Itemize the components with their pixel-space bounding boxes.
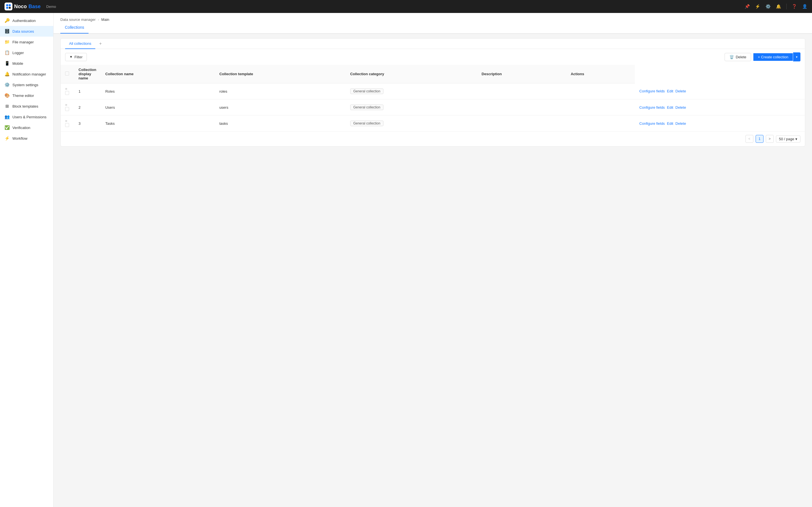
- drag-handle-3[interactable]: ≡: [65, 119, 67, 123]
- tab-collections[interactable]: Collections: [60, 22, 89, 34]
- sidebar-item-data-sources[interactable]: 🗄️ Data sources: [0, 26, 53, 37]
- pagination-next[interactable]: >: [766, 135, 774, 143]
- file-manager-icon: 📁: [4, 40, 10, 45]
- svg-rect-3: [9, 7, 11, 9]
- sidebar-item-label-notification-manager: Notification manager: [12, 72, 46, 76]
- configure-fields-link-1[interactable]: Configure fields: [640, 89, 665, 93]
- pin-icon[interactable]: 📌: [745, 4, 750, 9]
- sidebar-item-label-users-permissions: Users & Permissions: [12, 115, 47, 119]
- sidebar-item-logger[interactable]: 📋 Logger: [0, 47, 53, 58]
- td-num-3: 3: [74, 115, 101, 131]
- sidebar-item-label-system-settings: System settings: [12, 83, 38, 87]
- delete-button[interactable]: 🗑️ Delete: [725, 53, 751, 61]
- breadcrumb-parent[interactable]: Data source manager: [60, 17, 96, 22]
- layout: 🔑 Authentication 🗄️ Data sources 📁 File …: [0, 13, 812, 507]
- row-checkbox-3[interactable]: [65, 123, 69, 127]
- td-description-3: [566, 115, 635, 131]
- sidebar-item-file-manager[interactable]: 📁 File manager: [0, 37, 53, 47]
- td-category-3: [477, 115, 566, 131]
- td-template-2: General collection: [346, 100, 477, 115]
- filter-button[interactable]: ▼ Filter: [65, 53, 87, 61]
- td-description-2: [566, 100, 635, 115]
- sidebar-item-authentication[interactable]: 🔑 Authentication: [0, 15, 53, 26]
- delete-link-2[interactable]: Delete: [675, 105, 686, 110]
- sidebar-item-label-workflow: Workflow: [12, 136, 28, 140]
- sidebar-item-system-settings[interactable]: ⚙️ System settings: [0, 79, 53, 90]
- delete-link-1[interactable]: Delete: [675, 89, 686, 93]
- sidebar-item-notification-manager[interactable]: 🔔 Notification manager: [0, 69, 53, 79]
- logo-base: Base: [29, 4, 41, 10]
- page-size-select[interactable]: 50 / page ▾: [776, 135, 801, 143]
- edit-link-1[interactable]: Edit: [667, 89, 673, 93]
- sidebar-item-verification[interactable]: ✅ Verification: [0, 122, 53, 133]
- template-badge-3: General collection: [350, 121, 384, 126]
- row-checkbox-1[interactable]: [65, 91, 69, 95]
- breadcrumb-chevron: ›: [98, 17, 99, 22]
- td-name-3: tasks: [215, 115, 346, 131]
- sidebar-item-block-templates[interactable]: ⊞ Block templates: [0, 101, 53, 112]
- table-row: ≡ 3 Tasks tasks General collection Confi…: [61, 115, 805, 131]
- create-collection-dropdown[interactable]: ▾: [793, 52, 801, 61]
- sidebar-item-label-verification: Verification: [12, 126, 31, 130]
- pagination-page-1[interactable]: 1: [756, 135, 763, 143]
- system-settings-icon: ⚙️: [4, 82, 10, 87]
- td-actions-1: Configure fields Edit Delete: [635, 83, 805, 100]
- td-display-name-2: Users: [101, 100, 214, 115]
- bell-icon[interactable]: 🔔: [776, 4, 781, 9]
- configure-fields-link-2[interactable]: Configure fields: [640, 105, 665, 110]
- delete-icon: 🗑️: [729, 55, 734, 59]
- bolt-icon[interactable]: ⚡: [755, 4, 760, 9]
- table-row: ≡ 2 Users users General collection Confi…: [61, 100, 805, 115]
- edit-link-2[interactable]: Edit: [667, 105, 673, 110]
- add-collection-tab-button[interactable]: +: [96, 39, 105, 48]
- sidebar-item-workflow[interactable]: ⚡ Workflow: [0, 133, 53, 144]
- mobile-icon: 📱: [4, 61, 10, 66]
- logo-noco: Noco: [14, 4, 27, 10]
- theme-editor-icon: 🎨: [4, 93, 10, 98]
- page-size-label: 50 / page: [779, 137, 794, 141]
- drag-handle-1[interactable]: ≡: [65, 87, 67, 91]
- sidebar-item-users-permissions[interactable]: 👥 Users & Permissions: [0, 112, 53, 122]
- tab-all-collections[interactable]: All collections: [65, 39, 95, 49]
- svg-rect-1: [9, 4, 11, 6]
- help-icon[interactable]: ❓: [792, 4, 797, 9]
- td-checkbox-3: ≡: [61, 115, 74, 131]
- configure-fields-link-3[interactable]: Configure fields: [640, 121, 665, 126]
- select-all-checkbox[interactable]: [65, 71, 69, 75]
- delete-label: Delete: [735, 55, 746, 59]
- user-icon[interactable]: 👤: [802, 4, 808, 9]
- sidebar-item-label-authentication: Authentication: [12, 18, 36, 23]
- create-collection-main[interactable]: + Create collection: [753, 53, 793, 61]
- td-name-2: users: [215, 100, 346, 115]
- sidebar: 🔑 Authentication 🗄️ Data sources 📁 File …: [0, 13, 54, 507]
- breadcrumb: Data source manager › Main: [54, 13, 812, 22]
- td-category-2: [477, 100, 566, 115]
- sidebar-item-label-data-sources: Data sources: [12, 29, 34, 34]
- logo[interactable]: NocoBase: [4, 3, 41, 10]
- content-panel: All collections + ▼ Filter 🗑️ Delete + C…: [60, 38, 805, 147]
- sidebar-item-label-mobile: Mobile: [12, 61, 23, 66]
- td-actions-2: Configure fields Edit Delete: [635, 100, 805, 115]
- drag-handle-2[interactable]: ≡: [65, 103, 67, 107]
- svg-rect-2: [6, 7, 8, 9]
- row-checkbox-2[interactable]: [65, 107, 69, 111]
- td-category-1: [477, 83, 566, 100]
- delete-link-3[interactable]: Delete: [675, 121, 686, 126]
- filter-icon: ▼: [69, 55, 73, 59]
- sidebar-item-theme-editor[interactable]: 🎨 Theme editor: [0, 90, 53, 101]
- gear-icon[interactable]: ⚙️: [765, 4, 771, 9]
- topnav: NocoBase Demo 📌 ⚡ ⚙️ 🔔 ❓ 👤: [0, 0, 812, 13]
- th-template: Collection template: [215, 65, 346, 83]
- notification-icon: 🔔: [4, 71, 10, 76]
- collections-table: Collection display name Collection name …: [61, 65, 805, 131]
- sidebar-item-mobile[interactable]: 📱 Mobile: [0, 58, 53, 69]
- td-num-1: 1: [74, 83, 101, 100]
- edit-link-3[interactable]: Edit: [667, 121, 673, 126]
- create-collection-button[interactable]: + Create collection ▾: [753, 52, 801, 61]
- table-row: ≡ 1 Roles roles General collection Confi…: [61, 83, 805, 100]
- sidebar-item-label-file-manager: File manager: [12, 40, 34, 44]
- page-tabs: Collections: [54, 22, 812, 34]
- th-description: Description: [477, 65, 566, 83]
- pagination-prev[interactable]: <: [746, 135, 753, 143]
- dropdown-arrow-icon: ▾: [796, 55, 798, 59]
